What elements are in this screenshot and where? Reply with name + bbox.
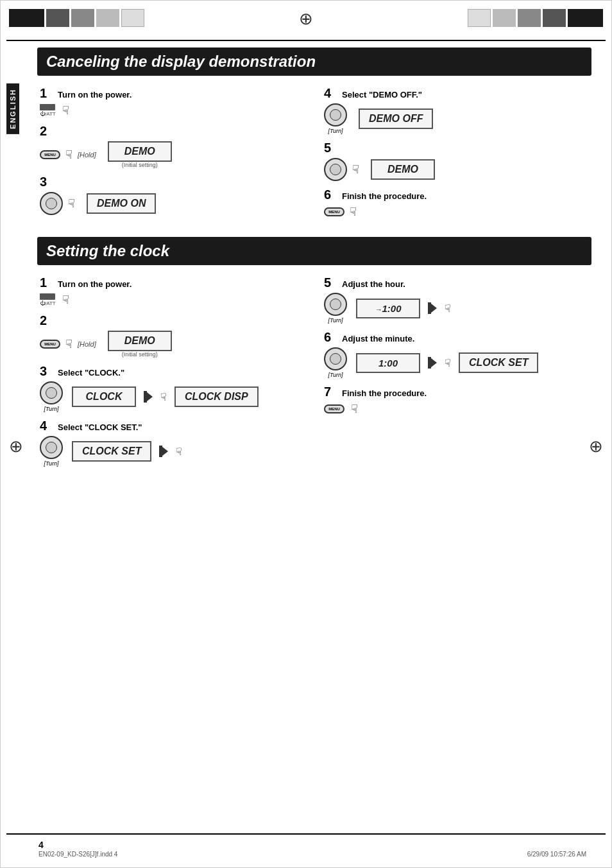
arrow-s2s3 [144, 391, 153, 403]
language-label: ENGLISH [6, 83, 19, 134]
section2-title: Setting the clock [46, 242, 582, 260]
s1-step3: 3 ☟ DEMO ON [40, 175, 305, 215]
s1-step5: 5 ☟ DEMO [324, 141, 589, 181]
s2-step3-label: Select "CLOCK." [58, 368, 124, 378]
footer-right-text: 6/29/09 10:57:26 AM [527, 851, 586, 858]
display-demo-s1s5: DEMO [371, 159, 435, 180]
s1-step6: 6 Finish the procedure. MENU ☟ [324, 187, 589, 219]
s2-step7-label: Finish the procedure. [342, 388, 427, 398]
s1-step4-num: 4 [324, 86, 337, 101]
display-demooff-s1s4: DEMO OFF [359, 108, 433, 129]
hand-icon-s2s2: ☟ [65, 337, 72, 351]
s1-step6-num: 6 [324, 187, 337, 202]
knob-icon-s1s4: [Turn] [324, 103, 347, 134]
menu-icon-s1s6: MENU [324, 207, 344, 216]
hand-s2s6: ☟ [445, 357, 451, 369]
display-demoon-s1s3: DEMO ON [87, 193, 156, 214]
hold-label-s2s2: [Hold] [78, 340, 96, 348]
hand-icon-s1s6: ☟ [350, 205, 357, 219]
power-button-icon: ⏻/ATT [40, 104, 56, 117]
display-demo-s2s2: DEMO (Initial setting) [108, 331, 172, 358]
hand-finger-icon1: ☟ [62, 103, 69, 117]
arrow-s2s4 [159, 446, 168, 457]
arrow-s2s5 [428, 302, 437, 314]
s2-step6-label: Adjust the minute. [342, 334, 414, 343]
s2-step1-label: Turn on the power. [58, 279, 132, 289]
s2-step1: 1 Turn on the power. ⏻/ATT ☟ [40, 275, 305, 307]
s2-step4-label: Select "CLOCK SET." [58, 422, 142, 432]
s2-step4: 4 Select "CLOCK SET." [Turn] CLOCK SET [40, 419, 305, 467]
s2-step7-num: 7 [324, 385, 337, 399]
menu-icon-s2s7: MENU [324, 404, 344, 413]
s1-step3-num: 3 [40, 175, 53, 189]
display-demo-s1s2: DEMO (Initial setting) [108, 141, 172, 168]
display-clockdisp-s2s3: CLOCK DISP [174, 386, 259, 407]
power-icon-s2s1: ⏻/ATT [40, 293, 56, 306]
display-clock-s2s3: CLOCK [72, 386, 136, 407]
page-number: 4 [38, 840, 44, 850]
s2-step4-num: 4 [40, 419, 53, 433]
arrow-s2s6 [428, 357, 437, 369]
hand-icon-s2s7: ☟ [351, 402, 358, 416]
s2-step2: 2 MENU ☟ [Hold] DEMO (Initial setting) [40, 313, 305, 358]
hand-s2s4: ☟ [176, 446, 182, 458]
s2-step1-num: 1 [40, 275, 53, 290]
s2-step5: 5 Adjust the hour. [Turn] →1: [324, 275, 589, 324]
s2-step2-num: 2 [40, 313, 53, 328]
knob-s2s5: [Turn] [324, 293, 347, 324]
knob-icon-s1s5 [324, 158, 347, 181]
s1-step2: 2 MENU ☟ [Hold] DEMO (Initial setting) [40, 124, 305, 168]
s2-step3-num: 3 [40, 364, 53, 379]
top-crosshair: ⊕ [299, 9, 313, 29]
section1-title-bar: Canceling the display demonstration [37, 48, 591, 76]
s1-step4: 4 Select "DEMO OFF." [Turn] DEMO OFF [324, 86, 589, 134]
s2-step3: 3 Select "CLOCK." [Turn] CLOCK [40, 364, 305, 412]
left-crosshair: ⊕ [9, 437, 23, 456]
s2-step7: 7 Finish the procedure. MENU ☟ [324, 385, 589, 416]
s1-step1: 1 Turn on the power. ⏻/ATT ☟ [40, 86, 305, 117]
s2-step6-num: 6 [324, 330, 337, 345]
footer-line [6, 833, 606, 835]
s2-step5-label: Adjust the hour. [342, 279, 405, 289]
section2-title-bar: Setting the clock [37, 237, 591, 265]
hand-s2s5: ☟ [445, 302, 451, 315]
header-line [6, 40, 606, 41]
s2-step6: 6 Adjust the minute. [Turn] 1:00 [324, 330, 589, 378]
s1-step1-num: 1 [40, 86, 53, 101]
hand-icon-s1s5: ☟ [352, 162, 359, 177]
s1-step4-label: Select "DEMO OFF." [342, 90, 422, 100]
footer-left-text: EN02-09_KD-S26[J]f.indd 4 [38, 851, 117, 858]
menu-icon-s1s2: MENU [40, 150, 60, 159]
display-clockset-s2s6: CLOCK SET [459, 352, 538, 373]
knob-icon-s1s3 [40, 192, 63, 215]
s1-step5-num: 5 [324, 141, 337, 155]
s1-step1-label: Turn on the power. [58, 90, 132, 100]
hand-icon-s2s1: ☟ [62, 293, 69, 307]
knob-s2s3: [Turn] [40, 381, 63, 412]
display-minute-s2s6: 1:00 [356, 353, 420, 373]
hand-s2s3: ☟ [160, 391, 167, 403]
s1-step6-label: Finish the procedure. [342, 191, 427, 201]
hold-label-s1s2: [Hold] [78, 151, 96, 159]
knob-s2s4: [Turn] [40, 436, 63, 467]
s1-step2-num: 2 [40, 124, 53, 139]
display-time-s2s5: →1:00 [356, 299, 420, 318]
display-clockset-s2s4: CLOCK SET [72, 441, 151, 462]
hand-icon-s1s2: ☟ [65, 148, 72, 162]
s2-step5-num: 5 [324, 275, 337, 290]
section1-title: Canceling the display demonstration [46, 53, 582, 71]
hand-icon-s1s3: ☟ [68, 196, 75, 211]
menu-icon-s2s2: MENU [40, 340, 60, 349]
knob-s2s6: [Turn] [324, 347, 347, 378]
